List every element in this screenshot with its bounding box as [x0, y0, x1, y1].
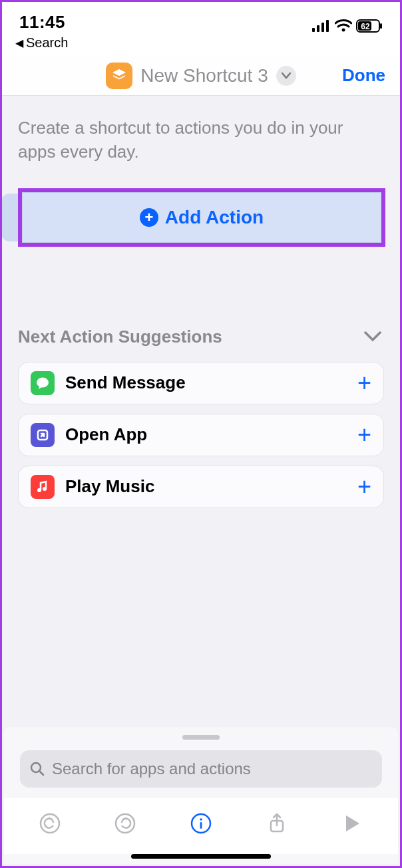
- suggestion-play-music[interactable]: Play Music +: [18, 466, 384, 508]
- svg-point-9: [37, 377, 49, 387]
- status-icons: 62: [312, 19, 383, 33]
- suggestions-list: Send Message + Open App + Play Music +: [18, 362, 384, 508]
- suggestion-send-message[interactable]: Send Message +: [18, 362, 384, 404]
- add-action-highlight: + Add Action: [18, 188, 385, 247]
- shortcut-title: New Shortcut 3: [140, 65, 268, 86]
- search-icon: [29, 761, 45, 777]
- shortcut-icon: [106, 63, 132, 89]
- svg-point-12: [43, 487, 47, 491]
- sheet-grabber[interactable]: [182, 735, 220, 740]
- add-suggestion-icon[interactable]: +: [357, 369, 371, 397]
- chevron-down-icon: [364, 331, 381, 342]
- suggestion-label: Play Music: [65, 476, 347, 497]
- help-text: Create a shortcut to actions you do in y…: [18, 116, 384, 164]
- battery-icon: 62: [356, 19, 383, 33]
- back-triangle-icon: ◀: [15, 37, 23, 49]
- svg-rect-19: [200, 822, 202, 829]
- suggestion-label: Open App: [65, 424, 347, 445]
- add-suggestion-icon[interactable]: +: [357, 421, 371, 449]
- add-action-bg-stub: [2, 194, 18, 241]
- messages-icon: [31, 371, 55, 395]
- status-bar: 11:45 62: [2, 2, 400, 35]
- svg-rect-0: [312, 28, 315, 32]
- search-input[interactable]: [52, 760, 373, 778]
- redo-button[interactable]: [110, 809, 140, 838]
- share-button[interactable]: [262, 809, 292, 838]
- svg-point-18: [200, 818, 202, 821]
- home-indicator[interactable]: [131, 854, 271, 859]
- play-button[interactable]: [337, 809, 367, 838]
- svg-point-11: [37, 488, 41, 492]
- add-action-button[interactable]: + Add Action: [22, 192, 381, 243]
- svg-text:62: 62: [361, 22, 370, 31]
- undo-button[interactable]: [35, 809, 65, 838]
- status-time: 11:45: [19, 12, 65, 33]
- add-action-label: Add Action: [165, 207, 264, 228]
- add-suggestion-icon[interactable]: +: [357, 473, 371, 501]
- search-field[interactable]: [20, 750, 382, 788]
- plus-circle-icon: +: [140, 208, 158, 227]
- back-label: Search: [26, 35, 68, 51]
- svg-point-4: [342, 29, 345, 32]
- chevron-down-icon: [276, 66, 296, 86]
- done-button[interactable]: Done: [342, 65, 385, 86]
- shortcut-title-button[interactable]: New Shortcut 3: [106, 63, 296, 89]
- toolbar: [4, 798, 398, 854]
- suggestions-title: Next Action Suggestions: [18, 327, 222, 347]
- back-to-search[interactable]: ◀ Search: [2, 35, 400, 56]
- wifi-icon: [335, 19, 352, 33]
- music-icon: [31, 475, 55, 499]
- suggestions-header[interactable]: Next Action Suggestions: [18, 327, 384, 347]
- svg-rect-1: [317, 25, 319, 32]
- open-app-icon: [31, 423, 55, 447]
- svg-rect-3: [326, 20, 329, 32]
- bottom-panel: [4, 727, 398, 864]
- nav-bar: New Shortcut 3 Done: [2, 56, 400, 96]
- svg-rect-2: [321, 23, 324, 32]
- svg-point-15: [41, 814, 59, 833]
- svg-point-16: [116, 814, 134, 833]
- svg-line-14: [39, 771, 43, 775]
- suggestion-open-app[interactable]: Open App +: [18, 414, 384, 456]
- svg-rect-7: [380, 23, 382, 29]
- suggestion-label: Send Message: [65, 372, 347, 393]
- info-button[interactable]: [186, 809, 216, 838]
- cellular-icon: [312, 20, 331, 32]
